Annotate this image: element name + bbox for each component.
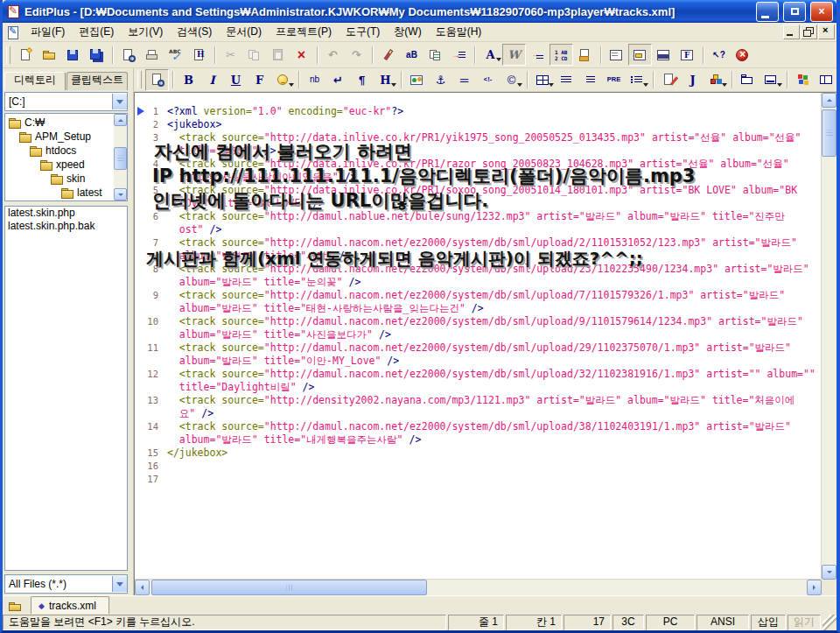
delete-button[interactable]: ×	[290, 44, 313, 66]
image-button[interactable]	[405, 69, 429, 91]
editor-horizontal-scrollbar[interactable]	[135, 579, 822, 595]
align-center-button[interactable]	[555, 69, 578, 91]
tree-scrollbar[interactable]	[114, 114, 127, 200]
scroll-left-icon[interactable]	[135, 580, 150, 595]
goto-line-button[interactable]	[447, 44, 471, 66]
menu-edit[interactable]: 편집(E)	[72, 23, 121, 41]
table-button[interactable]	[531, 69, 555, 91]
mdi-restore-button[interactable]	[801, 25, 817, 39]
print-button[interactable]	[140, 44, 164, 66]
cliptext-copy-button[interactable]	[424, 44, 447, 66]
list-button[interactable]	[626, 69, 649, 91]
new-html-page-button[interactable]	[187, 44, 211, 66]
redo-button[interactable]: ↷	[345, 44, 368, 66]
line-number-button[interactable]	[550, 44, 573, 66]
new-file-button[interactable]	[14, 44, 38, 66]
frame-button[interactable]	[815, 69, 838, 91]
horizontal-rule-button[interactable]: ═	[452, 69, 476, 91]
pre-button[interactable]: PRE	[602, 69, 626, 91]
font-button[interactable]: A	[479, 44, 502, 66]
maximize-button[interactable]	[783, 2, 806, 22]
scroll-down-icon[interactable]	[114, 188, 127, 200]
menu-search[interactable]: 검색(S)	[170, 23, 219, 41]
cut-button[interactable]: ✂	[219, 44, 242, 66]
menu-view[interactable]: 보기(V)	[121, 23, 170, 41]
file-list-item[interactable]: latest.skin.php.bak	[5, 220, 127, 233]
minimize-button[interactable]	[756, 2, 779, 22]
menu-help[interactable]: 도움말(H)	[429, 23, 489, 41]
menu-tools[interactable]: 도구(T)	[339, 23, 387, 41]
tree-item[interactable]: htdocs	[7, 144, 113, 158]
nbsp-button[interactable]: nb	[303, 69, 326, 91]
font-tag-button[interactable]: F	[248, 69, 271, 91]
sidebar-tab-directory[interactable]: 디렉토리	[4, 72, 66, 90]
mdi-minimize-button[interactable]	[783, 25, 800, 39]
sync-directory-button[interactable]	[736, 69, 760, 91]
heading-button[interactable]: H	[374, 69, 397, 91]
javascript-button[interactable]: J	[681, 69, 704, 91]
view-in-panel-button[interactable]	[760, 69, 783, 91]
document-icon[interactable]	[6, 25, 20, 39]
mdi-close-button[interactable]	[818, 25, 835, 39]
browser-window-button[interactable]	[791, 69, 815, 91]
resize-grip[interactable]	[822, 615, 836, 630]
open-file-button[interactable]	[38, 44, 61, 66]
preferences-button[interactable]	[573, 44, 597, 66]
function-list-button[interactable]	[676, 44, 699, 66]
undo-button[interactable]: ↶	[321, 44, 345, 66]
scroll-up-icon[interactable]	[114, 114, 127, 126]
sidebar-tab-cliptext[interactable]: 클립텍스트	[66, 72, 128, 90]
spell-check-button[interactable]	[164, 44, 187, 66]
new-document-folder-button[interactable]	[4, 599, 25, 614]
scroll-down-icon[interactable]	[822, 565, 836, 580]
special-char-button[interactable]: ©	[500, 69, 523, 91]
anchor-button[interactable]: ⚓	[429, 69, 452, 91]
file-list-item[interactable]: latest.skin.php	[5, 207, 127, 220]
line-break-button[interactable]: ↵	[326, 69, 350, 91]
paste-button[interactable]	[266, 44, 290, 66]
bold-button[interactable]: B	[177, 69, 200, 91]
paragraph-button[interactable]: ¶	[350, 69, 374, 91]
editor-vertical-scrollbar[interactable]	[821, 93, 836, 580]
menu-project[interactable]: 프로젝트(P)	[269, 23, 339, 41]
context-help-button[interactable]: ↖?	[707, 44, 731, 66]
directory-window-button[interactable]	[628, 44, 652, 66]
file-filter-selector[interactable]: All Files (*.*)	[4, 574, 128, 594]
output-window-button[interactable]	[652, 44, 676, 66]
scroll-up-icon[interactable]	[822, 93, 836, 108]
filter-dropdown-icon[interactable]	[112, 576, 127, 592]
cliptext-window-button[interactable]	[605, 44, 628, 66]
print-preview-button[interactable]	[116, 44, 140, 66]
vertical-scroll-thumb[interactable]	[822, 109, 836, 157]
object-button[interactable]	[704, 69, 728, 91]
browser-preview-button[interactable]	[145, 69, 169, 91]
menu-file[interactable]: 파일(F)	[24, 23, 72, 41]
highlight-button[interactable]	[376, 44, 400, 66]
tree-item[interactable]: latest	[7, 186, 113, 200]
underline-button[interactable]: U	[224, 69, 248, 91]
indent-button[interactable]	[526, 44, 550, 66]
tree-item[interactable]: APM_Setup	[7, 130, 113, 144]
menu-window[interactable]: 창(W)	[387, 23, 428, 41]
match-case-button[interactable]: aB	[400, 44, 424, 66]
save-button[interactable]	[61, 44, 85, 66]
script-button[interactable]	[657, 69, 681, 91]
drive-dropdown-icon[interactable]	[112, 94, 127, 109]
drive-selector[interactable]: [C:]	[4, 92, 128, 111]
tree-item[interactable]: skin	[7, 172, 113, 186]
tree-scroll-thumb[interactable]	[114, 147, 127, 170]
save-all-button[interactable]	[85, 44, 108, 66]
stop-button[interactable]	[731, 44, 754, 66]
align-right-button[interactable]	[578, 69, 602, 91]
emoticon-button[interactable]	[271, 69, 295, 91]
italic-button[interactable]: I	[200, 69, 224, 91]
comment-button[interactable]: <!-	[476, 69, 500, 91]
tab-tracks-xml[interactable]: ◆ tracks.xml	[31, 596, 109, 614]
copy-button[interactable]	[242, 44, 266, 66]
menu-document[interactable]: 문서(D)	[219, 23, 269, 41]
close-button[interactable]: ×	[810, 2, 833, 22]
scroll-right-icon[interactable]	[807, 580, 822, 595]
tree-item[interactable]: C:₩	[7, 116, 113, 130]
horizontal-scroll-thumb[interactable]	[151, 580, 427, 595]
editor[interactable]: 1<?xml version="1.0" encoding="euc-kr"?>…	[134, 92, 836, 595]
